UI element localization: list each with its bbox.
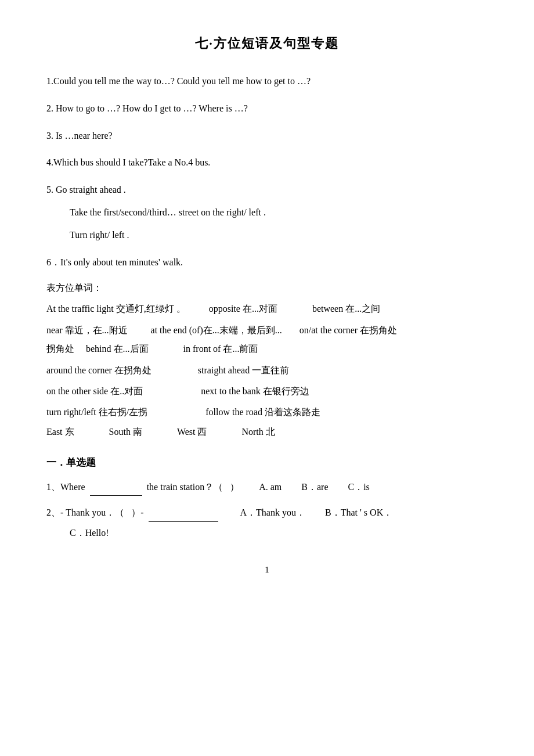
vocab-item: in front of 在...前面 <box>183 340 258 358</box>
question-2: 2、- Thank you．（ ）- A．Thank you． B．That '… <box>46 504 488 542</box>
q2-choice-a: A．Thank you． <box>240 507 305 517</box>
vocab-row-2: around the corner 在拐角处 straight ahead 一直… <box>46 362 488 379</box>
q2-line2: C．Hello! <box>46 524 488 542</box>
q1-text: 1、Where the train station？（ ） <box>46 482 241 492</box>
vocab-item: on the other side 在..对面 <box>46 383 143 400</box>
q2-choice-c: C．Hello! <box>70 528 109 538</box>
vocab-item: At the traffic light 交通灯,红绿灯 。 <box>46 300 186 318</box>
vocab-row-0: At the traffic light 交通灯,红绿灯 。 opposite … <box>46 300 488 318</box>
vocab-item: behind 在...后面 <box>86 340 149 358</box>
vocab-item: straight ahead 一直往前 <box>198 362 289 379</box>
page-number: 1 <box>46 565 488 575</box>
vocab-row-3: on the other side 在..对面 next to the bank… <box>46 383 488 400</box>
q2-line1: 2、- Thank you．（ ）- A．Thank you． B．That '… <box>46 504 488 521</box>
vocab-header: 表方位单词： <box>46 282 488 294</box>
sentence-1: 1.Could you tell me the way to…? Could y… <box>46 73 488 90</box>
vocab-item: between 在...之间 <box>312 300 380 318</box>
sentence-5: 5. Go straight ahead . Take the first/se… <box>46 182 488 243</box>
vocab-item: next to the bank 在银行旁边 <box>201 383 309 400</box>
vocab-item: opposite 在...对面 <box>209 300 277 318</box>
direction-north: North 北 <box>241 426 275 438</box>
vocab-row-4: turn right/left 往右拐/左拐 follow the road 沿… <box>46 404 488 421</box>
vocab-row-1b: 拐角处 behind 在...后面 in front of 在...前面 <box>46 340 488 358</box>
vocab-section: 表方位单词： At the traffic light 交通灯,红绿灯 。 op… <box>46 282 488 438</box>
vocab-row-1: near 靠近，在...附近 at the end (of)在...末端，最后到… <box>46 322 488 339</box>
vocab-item: on/at the corner 在拐角处 <box>300 322 397 339</box>
vocab-item: follow the road 沿着这条路走 <box>205 404 320 421</box>
q1-choice-a: A. am <box>259 482 282 492</box>
direction-south: South 南 <box>109 426 142 438</box>
direction-west: West 西 <box>177 426 207 438</box>
q1-choice-c: C．is <box>348 482 369 492</box>
q1-blank[interactable] <box>90 495 142 496</box>
sentence-3: 3. Is …near here? <box>46 128 488 145</box>
sentence-6: 6．It's only about ten minutes' walk. <box>46 254 488 271</box>
vocab-item: around the corner 在拐角处 <box>46 362 151 379</box>
question-1: 1、Where the train station？（ ） A. am B．ar… <box>46 478 488 496</box>
sentence-2: 2. How to go to …? How do I get to …? Wh… <box>46 100 488 117</box>
vocab-item: near 靠近，在...附近 <box>46 322 128 339</box>
direction-row: East 东 South 南 West 西 North 北 <box>46 426 488 438</box>
q2-blank[interactable] <box>149 521 218 522</box>
direction-east: East 东 <box>46 426 74 438</box>
section1-header: 一．单选题 <box>46 456 488 469</box>
vocab-item: at the end (of)在...末端，最后到... <box>151 322 282 339</box>
page-title: 七·方位短语及句型专题 <box>46 35 488 52</box>
sentence-4: 4.Which bus should I take?Take a No.4 bu… <box>46 154 488 171</box>
vocab-item: turn right/left 往右拐/左拐 <box>46 404 147 421</box>
q2-choice-b: B．That ' s OK． <box>325 507 392 517</box>
q1-choice-b: B．are <box>301 482 328 492</box>
